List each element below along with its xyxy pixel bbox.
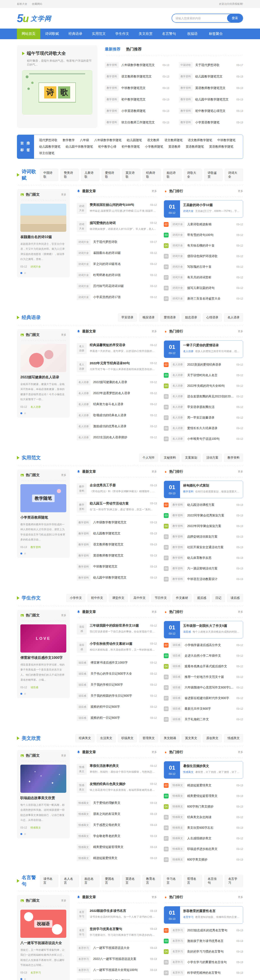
article-title[interactable]: 描写儿童玩耍的诗句 xyxy=(187,286,234,290)
article-title[interactable]: 初中教学随笔范文 xyxy=(121,98,160,102)
section-tag[interactable]: 原创美文 xyxy=(203,734,222,742)
article-title[interactable]: 精美爱情短篇哲理美文 xyxy=(93,845,148,849)
category-tag-link[interactable]: 教学资料 xyxy=(30,546,41,549)
section-tag[interactable]: 英语名言 xyxy=(122,875,140,887)
category-tag-link[interactable]: 读后感 xyxy=(183,630,191,634)
rank-row[interactable]: 02 教学资料 幼儿园活动课程方案 03-13 xyxy=(164,500,243,510)
latest-article-row[interactable]: 名人语录 2022描写健康的名人语录 03-12 xyxy=(77,377,157,388)
article-title[interactable]: 2022八一建军节祝福语说说文案 xyxy=(93,957,148,961)
section-tag[interactable]: 教学资料 xyxy=(224,453,243,462)
hot-gallery-card[interactable]: 热门图文 更多 教学随笔 小学英语教师随笔 教学是教师的教和学生的学所组成的一种… xyxy=(17,469,70,558)
article-title[interactable]: 600字美文摘抄 xyxy=(187,858,234,862)
latest-article-row[interactable]: 教学资料 语文教师教学随笔范文 03-13 xyxy=(77,539,157,550)
section-tag[interactable]: 哲理名言 xyxy=(184,875,202,887)
category-chip[interactable]: 教学资料 xyxy=(77,564,91,570)
recommend-item[interactable]: 教学资料 幼儿园教学随笔范文 03-13 xyxy=(179,71,243,82)
category-chip[interactable]: 名言学习 xyxy=(77,978,91,980)
category-chip[interactable]: 情感美文 xyxy=(171,835,185,841)
carousel-dots[interactable] xyxy=(21,833,66,835)
latest-article-row[interactable]: 名言学习 八一建军节祝福语说说大全 03-13 xyxy=(77,943,157,954)
category-chip[interactable]: 名言学习 xyxy=(77,967,91,973)
category-chip[interactable]: 教学资料 xyxy=(105,108,119,114)
pinned-tag[interactable]: 幼儿园随笔 xyxy=(127,138,142,142)
section-tag[interactable]: 英文诗歌 xyxy=(122,169,140,181)
pinned-tag[interactable]: 语文教师 xyxy=(147,138,159,142)
article-title[interactable]: 有关月的诗词赏析 xyxy=(187,275,234,279)
recommend-item[interactable]: 教学资料 初中教学随笔范文 03-13 xyxy=(105,94,169,105)
category-chip[interactable]: 名言学习 xyxy=(171,928,185,933)
section-tag[interactable]: 节日作文 xyxy=(151,594,170,602)
rank-row[interactable]: 03 读后感 走进大自然小学二年级作文 03-12 xyxy=(164,651,243,661)
article-title[interactable]: 观看冬残奥会开幕式观后感作文 xyxy=(185,665,234,668)
category-chip[interactable]: 名人语录 xyxy=(171,425,185,431)
rank-row[interactable]: 03 情感美文 精美爱情短篇哲理美文 03-13 xyxy=(164,791,243,801)
carousel-dots[interactable] xyxy=(21,693,66,695)
section-tag[interactable]: 儿童诗歌 xyxy=(81,169,99,181)
article-title[interactable]: 小学生秋收劳动作文素材10篇 xyxy=(90,642,148,646)
section-title[interactable]: 诗词歌赋 xyxy=(22,169,40,181)
article-title[interactable]: 美文欣赏600字左右 xyxy=(187,826,234,830)
pinned-tag[interactable]: 小学教师随笔 xyxy=(145,145,163,149)
rank-row[interactable]: 09 读后感 关于礼物初二作文 03-12 xyxy=(164,714,243,725)
category-chip[interactable]: 诗词大全 xyxy=(171,285,185,291)
article-title[interactable]: 社区开展安全交通活动方案 xyxy=(187,546,234,549)
article-title[interactable]: 职场追求进步励志美文 xyxy=(187,847,234,851)
category-tag-link[interactable]: 教学资料 xyxy=(183,490,193,493)
category-chip[interactable]: 教学资料 xyxy=(77,483,87,494)
category-chip[interactable]: 教学资料 xyxy=(171,512,185,519)
category-chip[interactable]: 情感美文 xyxy=(171,825,185,830)
article-title[interactable]: 杜荀鹤著名的诗10首 xyxy=(93,273,148,277)
rank-row[interactable]: 05 诗词大全 倡导绿色保护环境诗歌 03-12 xyxy=(164,251,243,261)
more-link[interactable]: 更多 xyxy=(61,473,66,477)
pinned-tag[interactable]: 现代梦想诗歌 xyxy=(39,138,57,142)
article-title[interactable]: 品牌促销活动策划方案 xyxy=(187,535,234,539)
latest-article-featured[interactable]: 教学资料 企业优秀员工手册 03-13 《劳动合同法》和《劳动争议调解仲裁法》相… xyxy=(77,481,157,498)
category-chip[interactable]: 名人语录 xyxy=(171,415,185,420)
rank-row[interactable]: 02 情感美文 精选短篇爱情美文 03-13 xyxy=(164,780,243,791)
recommend-item[interactable]: 教学资料 英语教师教学随笔范文 03-13 xyxy=(179,82,243,94)
category-chip[interactable]: 教学资料 xyxy=(105,85,119,91)
nav-item-美文欣赏[interactable]: 美文欣赏 xyxy=(134,29,157,39)
hot-gallery-card[interactable]: 热门图文 更多 LOVE 傅雷家书读后感作文1000字 傅雷是著名的作家和文学评… xyxy=(17,610,70,698)
section-tag[interactable]: 活动方案 xyxy=(203,453,222,462)
article-title[interactable]: 周一早安正能量语录 xyxy=(187,416,234,420)
article-title[interactable]: 小学钱学森读后感高分作文 xyxy=(185,643,234,647)
article-title[interactable]: 一辈子只爱你的爱情语录 xyxy=(183,343,240,347)
article-title[interactable]: 观察的初一日记600字 xyxy=(91,716,148,720)
latest-article-row[interactable]: 教学资料 幼儿园教学随笔范文 03-13 xyxy=(77,528,157,539)
latest-article-row[interactable]: 读后感 关于伤心的学生日记600字大全 03-12 xyxy=(77,668,157,679)
category-chip[interactable]: 读后感 xyxy=(77,682,88,688)
latest-article-row[interactable]: 教学资料 幼儿园中班教学随笔范文 03-13 xyxy=(77,572,157,583)
category-chip[interactable]: 诗词大全 xyxy=(77,203,87,214)
rank-row[interactable]: 08 诗词大全 描写儿童玩耍的诗句 03-12 xyxy=(164,283,243,293)
latest-article-featured[interactable]: 诗词大全 描写爱情的古诗词 03-12 做诗犹如做梦，诗就是诗人的“白日梦”。常… xyxy=(77,218,157,235)
latest-article-featured[interactable]: 教学资料 幼儿园五一劳动节活动方案 03-13 在“五一劳动节”到来之际，通过“… xyxy=(77,499,157,516)
article-title[interactable]: 带有雪的诗句100句 xyxy=(187,233,234,237)
rank-row[interactable]: 06 名人语录 早安语录朋友圈生活 03-12 xyxy=(164,402,243,412)
section-tag[interactable]: 初中作文 xyxy=(88,594,107,602)
section-tag[interactable]: 诗歌鉴赏 xyxy=(204,169,223,181)
article-title[interactable]: 最新元旦作文600字 xyxy=(185,707,234,711)
rank-top-item[interactable]: 01 03-12 暑假生活摘抄美文 情感美文 暑假里，火了热情，烧了激情，浓了亲… xyxy=(164,761,243,779)
section-tag[interactable]: 教育名言 xyxy=(143,875,161,887)
rank-top-item[interactable]: 01 03-12 王昌龄的诗小学10篇 诗词大全 王昌龄(王江宁，698年—75… xyxy=(164,200,243,218)
pinned-tag[interactable]: 班主任随笔 xyxy=(39,151,54,155)
article-title[interactable]: 企业优秀员工手册 xyxy=(90,483,148,487)
category-chip[interactable]: 读后感 xyxy=(77,704,88,710)
latest-article-row[interactable]: 情感美文 精美爱情短篇哲理美文 03-13 xyxy=(77,842,157,853)
latest-article-row[interactable]: 诗词大全 崔颢最出名的诗10篇 03-12 xyxy=(77,248,157,259)
article-title[interactable]: 科学研究精神的名言警句 xyxy=(187,971,234,975)
latest-article-row[interactable]: 读后感 观察的初一日记600字 03-12 xyxy=(77,713,157,724)
article-title[interactable]: 幼儿园教学随笔范文 xyxy=(93,531,148,535)
section-tag[interactable]: 高中作文 xyxy=(130,594,149,602)
category-chip[interactable]: 情感美文 xyxy=(171,803,185,810)
article-title[interactable]: 儿童诗歌精选集锦 xyxy=(187,223,234,226)
category-chip[interactable]: 读后感 xyxy=(171,663,182,669)
article-title[interactable]: 小年唯美句子说说100句 xyxy=(187,437,234,441)
category-tag-link[interactable]: 名人语录 xyxy=(183,350,193,353)
recommend-item[interactable]: 教学资料 中班教学随笔范文 03-13 xyxy=(105,82,169,94)
category-chip[interactable]: 情感美文 xyxy=(171,814,185,820)
recommend-item[interactable]: 教学资料 语文教师教学随笔范文 03-13 xyxy=(105,71,169,82)
more-link[interactable]: 更多 xyxy=(152,189,157,193)
article-title[interactable]: 幼儿园五一劳动节活动方案 xyxy=(90,501,148,506)
